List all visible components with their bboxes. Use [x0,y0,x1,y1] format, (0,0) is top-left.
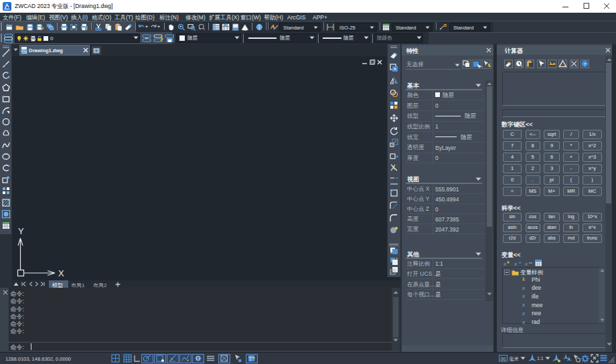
svg-text:x: x [514,260,517,267]
svg-text:dwg: dwg [21,50,27,53]
svg-text:00: 00 [501,357,506,361]
svg-text:X: X [58,268,64,278]
svg-text:x: x [524,260,528,267]
svg-text:?: ? [584,62,587,67]
svg-text:Y: Y [18,226,24,236]
svg-text:x: x [503,260,506,267]
